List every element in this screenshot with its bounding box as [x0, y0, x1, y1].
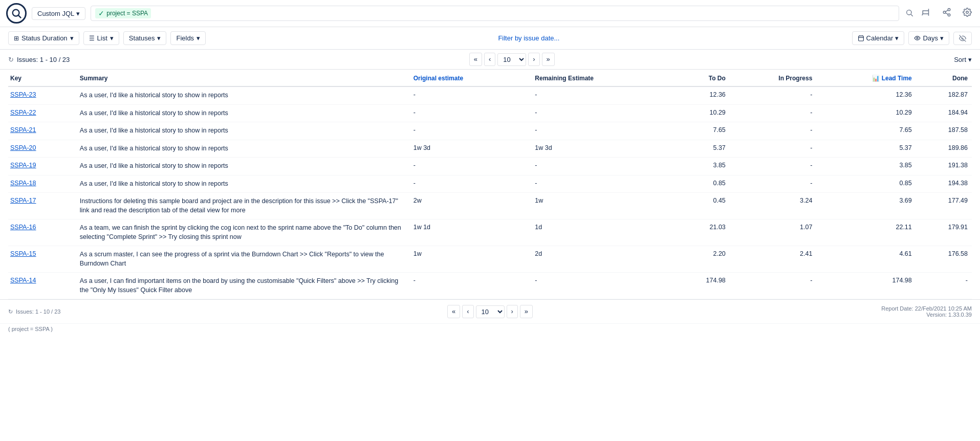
table-cell: 184.94	[916, 104, 972, 122]
table-cell: 187.58	[916, 122, 972, 140]
custom-jql-button[interactable]: Custom JQL ▾	[32, 7, 85, 20]
last-page-button[interactable]: »	[542, 53, 555, 66]
share-button[interactable]	[940, 6, 953, 21]
first-page-button[interactable]: «	[469, 53, 482, 66]
top-pagination: « ‹ 10 25 50 100 › »	[469, 53, 555, 66]
col-summary: Summary	[78, 70, 411, 86]
summary-text: As a user, I'd like a historical story t…	[80, 162, 228, 169]
table-row: SSPA-23As a user, I'd like a historical …	[8, 86, 972, 104]
next-page-button[interactable]: ›	[528, 53, 539, 66]
table-cell-summary: As a user, I'd like a historical story t…	[78, 175, 411, 193]
table-cell: SSPA-16	[8, 219, 78, 246]
table-cell: SSPA-19	[8, 158, 78, 175]
eye-icon	[914, 35, 921, 41]
table-cell: 1w 3d	[533, 140, 673, 158]
fields-button[interactable]: Fields ▾	[170, 31, 206, 45]
table-cell: 0.85	[816, 175, 916, 193]
prev-page-button[interactable]: ‹	[484, 53, 495, 66]
table-cell: -	[533, 273, 673, 299]
bottom-next-page-button[interactable]: ›	[507, 305, 518, 318]
table-cell: 5.37	[816, 140, 916, 158]
issue-key-link[interactable]: SSPA-17	[10, 197, 36, 204]
chevron-down-icon: ▾	[70, 34, 74, 42]
issue-key-link[interactable]: SSPA-16	[10, 224, 36, 231]
table-header-row: Key Summary Original estimate Remaining …	[8, 70, 972, 86]
issue-key-link[interactable]: SSPA-22	[10, 109, 36, 116]
table-cell: 22.11	[816, 219, 916, 246]
col-original-estimate: Original estimate	[411, 70, 533, 86]
calendar-button[interactable]: Calendar ▾	[852, 31, 905, 45]
table-cell-summary: Instructions for deleting this sample bo…	[78, 193, 411, 219]
table-cell: 7.65	[816, 122, 916, 140]
table-cell: 3.85	[674, 158, 730, 175]
table-cell: -	[730, 140, 817, 158]
table-cell: 176.58	[916, 246, 972, 273]
table-cell: 1.07	[730, 219, 817, 246]
custom-jql-label: Custom JQL	[37, 10, 74, 17]
table-row: SSPA-15As a scrum master, I can see the …	[8, 246, 972, 273]
table-cell: 179.91	[916, 219, 972, 246]
table-cell: -	[533, 122, 673, 140]
svg-point-2	[907, 10, 911, 14]
table-cell: 4.61	[816, 246, 916, 273]
table-cell-summary: As a user, I'd like a historical story t…	[78, 122, 411, 140]
jql-note: ( project = SSPA )	[8, 326, 53, 332]
megaphone-button[interactable]	[920, 6, 933, 21]
sort-label: Sort	[954, 56, 966, 63]
svg-rect-10	[858, 36, 863, 41]
search-button[interactable]	[904, 8, 914, 19]
issue-key-link[interactable]: SSPA-14	[10, 277, 36, 284]
table-cell: -	[730, 158, 817, 175]
statuses-button[interactable]: Statuses ▾	[123, 31, 167, 45]
top-bar: Custom JQL ▾ ✓ project = SSPA	[0, 0, 980, 27]
summary-text: As a user, I'd like a historical story t…	[80, 127, 228, 134]
chevron-down-icon: ▾	[110, 34, 114, 42]
visibility-button[interactable]	[953, 32, 972, 45]
settings-button[interactable]	[961, 6, 974, 21]
table-cell: -	[411, 86, 533, 104]
table-cell: SSPA-17	[8, 193, 78, 219]
svg-point-0	[13, 10, 19, 16]
table-cell: -	[533, 158, 673, 175]
table-cell: 10.29	[816, 104, 916, 122]
table-cell: SSPA-18	[8, 175, 78, 193]
days-button[interactable]: Days ▾	[908, 31, 949, 45]
issue-key-link[interactable]: SSPA-15	[10, 250, 36, 257]
footer-refresh-icon[interactable]: ↻	[8, 308, 13, 315]
table-cell: 1w 1d	[411, 219, 533, 246]
list-button[interactable]: ☰ List ▾	[83, 31, 119, 45]
jql-input-wrapper: ✓ project = SSPA	[91, 6, 899, 21]
per-page-select[interactable]: 10 25 50 100	[497, 53, 526, 66]
table-cell: -	[411, 273, 533, 299]
filter-by-date-label: Filter by issue date...	[498, 34, 559, 42]
table-cell: 21.03	[674, 219, 730, 246]
jql-tag: ✓ project = SSPA	[95, 8, 151, 18]
status-duration-button[interactable]: ⊞ Status Duration ▾	[8, 31, 79, 45]
sort-button[interactable]: Sort ▾	[954, 56, 972, 63]
issue-key-link[interactable]: SSPA-19	[10, 162, 36, 169]
table-cell: -	[411, 104, 533, 122]
version: Version: 1.33.0.39	[881, 312, 972, 318]
table-cell: 182.87	[916, 86, 972, 104]
issue-key-link[interactable]: SSPA-23	[10, 91, 36, 98]
filter-by-date-button[interactable]: Filter by issue date...	[498, 34, 559, 42]
svg-line-7	[945, 13, 948, 14]
jql-input[interactable]	[154, 10, 895, 17]
table-cell: SSPA-23	[8, 86, 78, 104]
issues-table-container: Key Summary Original estimate Remaining …	[0, 70, 980, 299]
issue-key-link[interactable]: SSPA-21	[10, 126, 36, 134]
bottom-per-page-select[interactable]: 10 25 50 100	[476, 305, 505, 318]
bottom-first-page-button[interactable]: «	[447, 305, 460, 318]
table-cell: SSPA-20	[8, 140, 78, 158]
refresh-icon[interactable]: ↻	[8, 56, 14, 63]
footer-right: Report Date: 22/Feb/2021 10:25 AM Versio…	[881, 305, 972, 318]
table-row: SSPA-22As a user, I'd like a historical …	[8, 104, 972, 122]
summary-text: As a scrum master, I can see the progres…	[80, 251, 384, 267]
chevron-down-icon: ▾	[197, 34, 200, 42]
issue-key-link[interactable]: SSPA-20	[10, 144, 36, 151]
issue-key-link[interactable]: SSPA-18	[10, 180, 36, 187]
bottom-last-page-button[interactable]: »	[520, 305, 533, 318]
list-label: List	[97, 34, 107, 42]
bottom-prev-page-button[interactable]: ‹	[462, 305, 473, 318]
col-in-progress: In Progress	[730, 70, 817, 86]
